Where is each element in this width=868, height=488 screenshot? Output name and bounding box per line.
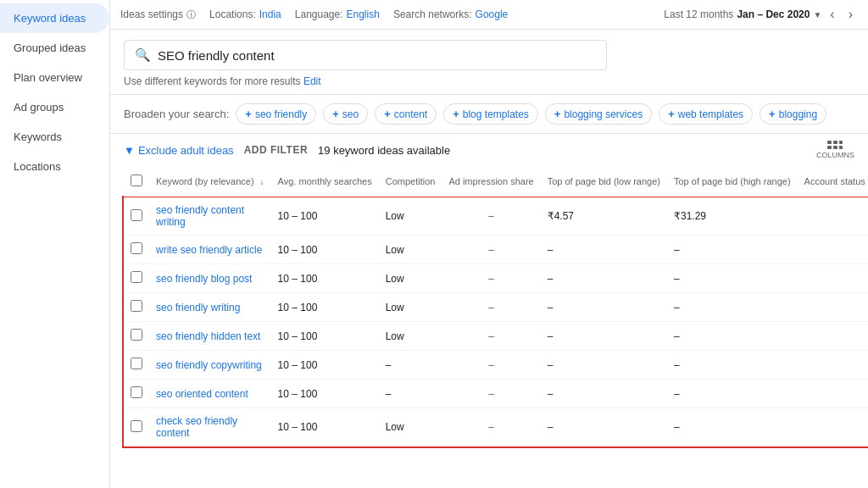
row-checkbox-cell[interactable] [124, 236, 149, 264]
ad-impression-cell: – [442, 408, 540, 446]
avg-searches-header: Avg. monthly searches [271, 166, 379, 197]
table-row: check seo friendly content 10 – 100 Low … [124, 408, 868, 446]
date-next-button[interactable]: › [843, 5, 858, 24]
location-label: Locations: [209, 8, 256, 20]
columns-button[interactable]: COLUMNS [816, 141, 854, 159]
row-checkbox-cell[interactable] [124, 264, 149, 293]
language-item: Language: English [295, 8, 380, 20]
sidebar-item-locations[interactable]: Locations [0, 152, 109, 181]
sidebar-item-grouped-ideas[interactable]: Grouped ideas [0, 33, 109, 63]
network-label: Search networks: [393, 8, 472, 20]
search-icon: 🔍 [135, 47, 151, 63]
date-range[interactable]: Last 12 months Jan – Dec 2020 ▼ ‹ › [664, 5, 858, 24]
avg-searches-cell: 10 – 100 [271, 408, 379, 446]
account-status-cell [798, 264, 868, 293]
row-checkbox-cell[interactable] [124, 408, 149, 446]
keyword-cell: seo oriented content [149, 380, 271, 408]
avg-searches-cell: 10 – 100 [271, 293, 379, 322]
keyword-cell: seo friendly copywriting [149, 351, 271, 380]
search-area: 🔍 Use different keywords for more result… [110, 30, 868, 95]
keyword-cell: seo friendly hidden text [149, 322, 271, 351]
bid-low-cell: – [541, 322, 667, 351]
location-value[interactable]: India [259, 8, 281, 20]
ad-impression-cell: – [442, 197, 540, 236]
keyword-cell: seo friendly blog post [149, 264, 271, 293]
language-label: Language: [295, 8, 343, 20]
network-value[interactable]: Google [476, 8, 509, 20]
keyword-text: seo oriented content [156, 388, 248, 400]
select-all-checkbox[interactable] [131, 175, 142, 186]
keyword-cell: check seo friendly content [149, 408, 271, 446]
broaden-chip-content[interactable]: +content [375, 103, 437, 125]
bid-high-cell: – [667, 380, 798, 408]
exclude-adult-button[interactable]: ▼ Exclude adult ideas [124, 144, 234, 157]
avg-searches-cell: 10 – 100 [271, 197, 379, 236]
sidebar-item-ad-groups[interactable]: Ad groups [0, 92, 109, 122]
row-checkbox[interactable] [131, 209, 142, 221]
row-checkbox-cell[interactable] [124, 351, 149, 380]
keywords-table: Keyword (by relevance) ↓ Avg. monthly se… [124, 166, 868, 446]
table-wrapper: Keyword (by relevance) ↓ Avg. monthly se… [110, 166, 868, 488]
account-status-cell [798, 236, 868, 264]
row-checkbox[interactable] [131, 358, 142, 369]
bid-high-cell: – [667, 236, 798, 264]
add-filter-button[interactable]: ADD FILTER [244, 144, 308, 156]
date-prev-button[interactable]: ‹ [825, 5, 839, 24]
broaden-chip-seo[interactable]: +seo [323, 103, 368, 125]
ideas-settings-item[interactable]: Ideas settings ⓘ [120, 8, 196, 21]
keyword-text: seo friendly copywriting [156, 359, 262, 371]
row-checkbox-cell[interactable] [124, 380, 149, 408]
account-status-cell [798, 351, 868, 380]
account-status-cell [798, 408, 868, 446]
sidebar-item-keywords[interactable]: Keywords [0, 122, 109, 152]
competition-cell: Low [379, 264, 442, 293]
plus-icon: + [245, 108, 252, 120]
keyword-header: Keyword (by relevance) ↓ [149, 166, 271, 197]
row-checkbox[interactable] [131, 420, 142, 432]
chip-label: blogging services [564, 108, 643, 120]
bid-low-cell: – [541, 293, 667, 322]
bid-low-cell: – [541, 380, 667, 408]
broaden-chip-blog-templates[interactable]: +blog templates [443, 103, 538, 125]
keyword-cell: seo friendly writing [149, 293, 271, 322]
row-checkbox-cell[interactable] [124, 322, 149, 351]
plus-icon: + [384, 108, 391, 120]
ad-impression-cell: – [442, 322, 540, 351]
chip-label: content [394, 108, 427, 120]
sidebar-item-plan-overview[interactable]: Plan overview [0, 63, 109, 92]
row-checkbox-cell[interactable] [124, 197, 149, 236]
competition-cell: – [379, 351, 442, 380]
broaden-chip-web-templates[interactable]: +web templates [659, 103, 753, 125]
ad-impression-header: Ad impression share [442, 166, 540, 197]
edit-link[interactable]: Edit [303, 75, 321, 87]
table-row: seo oriented content 10 – 100 – – – – [124, 380, 868, 408]
row-checkbox-cell[interactable] [124, 293, 149, 322]
topbar: Ideas settings ⓘ Locations: India Langua… [110, 0, 868, 30]
funnel-icon: ▼ [124, 144, 135, 157]
table-row: seo friendly writing 10 – 100 Low – – – [124, 293, 868, 322]
plus-icon: + [332, 108, 339, 120]
sort-arrow: ↓ [260, 177, 264, 186]
broaden-chip-blogging-services[interactable]: +blogging services [545, 103, 652, 125]
account-status-cell [798, 197, 868, 236]
row-checkbox[interactable] [131, 329, 142, 341]
language-value[interactable]: English [347, 8, 380, 20]
exclude-adult-label: Exclude adult ideas [138, 144, 234, 157]
keyword-text: seo friendly writing [156, 302, 240, 313]
row-checkbox[interactable] [131, 300, 142, 312]
row-checkbox[interactable] [131, 386, 142, 398]
select-all-header[interactable] [124, 166, 149, 197]
plus-icon: + [453, 108, 459, 120]
broaden-chip-seo-friendly[interactable]: +seo friendly [236, 103, 316, 125]
row-checkbox[interactable] [131, 242, 142, 254]
bid-low-cell: ₹4.57 [541, 197, 667, 236]
keyword-cell: write seo friendly article [149, 236, 271, 264]
plus-icon: + [769, 108, 776, 120]
broaden-chip-blogging[interactable]: +blogging [760, 103, 826, 125]
row-checkbox[interactable] [131, 271, 142, 283]
avg-searches-cell: 10 – 100 [271, 236, 379, 264]
competition-cell: Low [379, 408, 442, 446]
search-input[interactable] [158, 48, 596, 63]
chip-label: blogging [779, 108, 817, 120]
sidebar-item-keyword-ideas[interactable]: Keyword ideas [0, 3, 109, 33]
